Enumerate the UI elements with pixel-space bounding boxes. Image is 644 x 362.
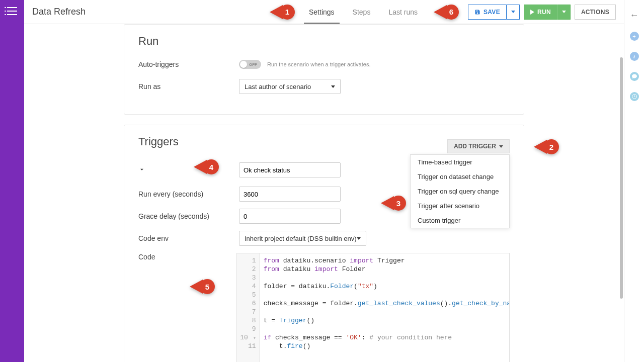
callout-6: 6 <box>434 5 459 20</box>
menu-after-scenario[interactable]: Trigger after scenario <box>411 199 509 213</box>
add-trigger-button[interactable]: ADD TRIGGER <box>447 139 510 153</box>
run-dropdown[interactable] <box>557 5 571 20</box>
code-label: Code <box>138 253 236 261</box>
menu-custom[interactable]: Custom trigger <box>411 213 509 228</box>
clock-icon[interactable] <box>630 92 639 101</box>
callout-1: 1 <box>270 5 295 20</box>
code-editor[interactable]: 12345678910 ▾11 from dataiku.scenario im… <box>236 253 510 362</box>
tabs: Settings Steps Last runs <box>300 0 427 24</box>
vscrollbar[interactable] <box>619 48 624 362</box>
trigger-name-input[interactable] <box>239 162 341 177</box>
chevron-down-icon <box>331 85 335 88</box>
save-button[interactable]: SAVE <box>468 5 507 20</box>
menu-sql-change[interactable]: Trigger on sql query change <box>411 184 509 199</box>
chat-icon[interactable] <box>630 72 639 81</box>
save-dropdown[interactable] <box>507 5 520 20</box>
tab-steps[interactable]: Steps <box>344 0 380 24</box>
menu-time-based[interactable]: Time-based trigger <box>411 155 509 169</box>
code-env-label: Code env <box>138 234 239 242</box>
triggers-panel: Triggers ADD TRIGGER Time-based trigger … <box>124 125 524 362</box>
run-panel: Run Auto-triggers OFF Run the scenario w… <box>124 24 524 115</box>
tab-last-runs[interactable]: Last runs <box>379 0 427 24</box>
top-bar: Data Refresh 1 Settings Steps Last runs … <box>24 0 624 24</box>
auto-triggers-hint: Run the scenario when a trigger activate… <box>267 61 370 67</box>
grace-delay-input[interactable] <box>239 209 341 224</box>
callout-2: 2 <box>534 139 559 154</box>
run-every-input[interactable] <box>239 187 341 202</box>
auto-triggers-label: Auto-triggers <box>138 60 239 68</box>
triggers-heading: Triggers <box>138 135 179 148</box>
run-every-label: Run every (seconds) <box>138 190 239 198</box>
chevron-down-icon <box>357 237 361 240</box>
plus-icon[interactable]: + <box>630 32 639 41</box>
run-heading: Run <box>138 35 510 48</box>
run-as-label: Run as <box>138 82 239 90</box>
actions-button[interactable]: ACTIONS <box>575 5 616 20</box>
run-as-select[interactable]: Last author of scenario <box>239 79 341 94</box>
add-trigger-menu: Time-based trigger Trigger on dataset ch… <box>410 154 510 228</box>
auto-triggers-toggle[interactable]: OFF <box>239 60 261 69</box>
menu-dataset-change[interactable]: Trigger on dataset change <box>411 169 509 184</box>
chevron-down-icon <box>499 145 503 148</box>
play-icon <box>530 10 534 15</box>
grace-delay-label: Grace delay (seconds) <box>138 212 239 220</box>
info-icon[interactable]: i <box>630 52 639 61</box>
save-icon <box>474 9 480 15</box>
menu-icon[interactable] <box>7 7 17 15</box>
collapse-toggle[interactable] <box>138 166 145 174</box>
collapse-rail-icon[interactable]: ← <box>630 10 639 21</box>
right-rail: ← + i <box>624 0 644 362</box>
code-env-select[interactable]: Inherit project default (DSS builtin env… <box>239 231 366 246</box>
tab-settings[interactable]: Settings <box>300 0 344 24</box>
run-button[interactable]: RUN <box>524 5 557 20</box>
page-title: Data Refresh <box>32 7 86 17</box>
